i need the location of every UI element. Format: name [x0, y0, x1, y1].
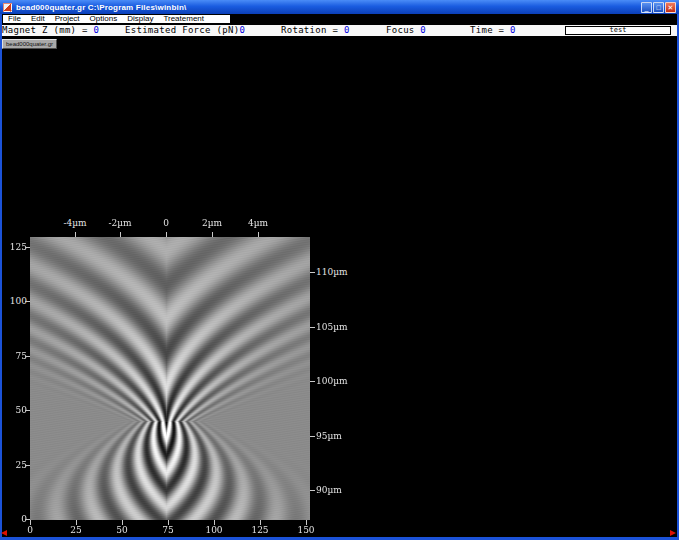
test-button[interactable]: test	[565, 26, 671, 35]
window-controls: _ □ ✕	[641, 2, 676, 13]
scroll-left-arrow[interactable]	[1, 530, 7, 536]
bottom-axis-label: 75	[148, 525, 188, 535]
axis-tick	[168, 520, 169, 525]
axis-tick	[310, 436, 315, 437]
axis-tick	[166, 232, 167, 237]
left-axis-label: 25	[0, 460, 27, 470]
right-axis-label: 110µm	[316, 267, 348, 277]
bottom-axis-label: 50	[102, 525, 142, 535]
menu-item-edit[interactable]: Edit	[26, 15, 50, 23]
left-axis-label: 125	[0, 242, 27, 252]
axis-tick	[76, 520, 77, 525]
right-axis-label: 105µm	[316, 322, 348, 332]
axis-tick	[260, 520, 261, 525]
app-window: bead000quater.gr C:\Program Files\winbin…	[0, 0, 679, 540]
axis-tick	[310, 272, 315, 273]
bottom-axis-label: 100	[194, 525, 234, 535]
axis-tick	[122, 520, 123, 525]
scroll-right-arrow[interactable]	[670, 530, 676, 536]
top-axis-label: -2µm	[100, 218, 140, 228]
axis-tick	[214, 520, 215, 525]
menu-item-treatement[interactable]: Treatement	[158, 15, 209, 23]
left-axis-label: 100	[0, 296, 27, 306]
axis-tick	[258, 232, 259, 237]
top-axis-label: 4µm	[238, 218, 278, 228]
menu-item-file[interactable]: File	[3, 15, 26, 23]
axis-tick	[25, 247, 30, 248]
window-titlebar: bead000quater.gr C:\Program Files\winbin…	[0, 0, 679, 14]
left-axis-label: 0	[0, 514, 27, 524]
axis-tick	[25, 356, 30, 357]
bead-image[interactable]	[30, 237, 310, 520]
status-bar: Magnet Z (mm) = 0 Estimated Force (pN)0 …	[0, 25, 679, 36]
axis-tick	[25, 410, 30, 411]
left-axis-label: 50	[0, 405, 27, 415]
app-icon	[3, 3, 12, 12]
minimize-button[interactable]: _	[641, 2, 652, 13]
top-axis-label: -4µm	[55, 218, 95, 228]
bottom-axis-label: 0	[10, 525, 50, 535]
axis-tick	[30, 520, 31, 525]
status-focus-label: Focus	[386, 25, 420, 35]
menu-bar: File Edit Project Options Display Treate…	[2, 14, 231, 24]
axis-tick	[310, 490, 315, 491]
right-axis-label: 100µm	[316, 376, 348, 386]
left-axis-label: 75	[0, 351, 27, 361]
axis-tick	[25, 519, 30, 520]
status-time: Time = 0	[470, 25, 516, 36]
status-estimated-force-value: 0	[239, 25, 245, 35]
axis-tick	[25, 465, 30, 466]
status-focus-value: 0	[420, 25, 426, 35]
axis-tick	[212, 232, 213, 237]
status-magnet-z: Magnet Z (mm) = 0	[2, 25, 99, 36]
menu-item-display[interactable]: Display	[122, 15, 158, 23]
top-axis-label: 2µm	[192, 218, 232, 228]
menu-item-options[interactable]: Options	[85, 15, 123, 23]
axis-tick	[75, 232, 76, 237]
status-focus: Focus 0	[386, 25, 426, 36]
status-magnet-z-label: Magnet Z (mm) =	[2, 25, 94, 35]
status-estimated-force-label: Estimated Force (pN)	[125, 25, 239, 35]
axis-tick	[120, 232, 121, 237]
status-time-value: 0	[510, 25, 516, 35]
status-rotation-label: Rotation =	[281, 25, 344, 35]
status-estimated-force: Estimated Force (pN)0	[125, 25, 245, 36]
status-time-label: Time =	[470, 25, 510, 35]
axis-tick	[25, 301, 30, 302]
close-button[interactable]: ✕	[665, 2, 676, 13]
bottom-axis-label: 25	[56, 525, 96, 535]
axis-tick	[306, 520, 307, 525]
menu-item-project[interactable]: Project	[50, 15, 85, 23]
bottom-axis-label: 150	[286, 525, 326, 535]
top-axis-label: 0	[146, 218, 186, 228]
axis-tick	[310, 327, 315, 328]
right-axis-label: 90µm	[316, 485, 342, 495]
document-tab[interactable]: bead000quater.gr	[2, 39, 57, 49]
status-magnet-z-value: 0	[94, 25, 100, 35]
maximize-button[interactable]: □	[653, 2, 664, 13]
status-rotation: Rotation = 0	[281, 25, 350, 36]
window-border-left	[0, 14, 2, 540]
right-axis-label: 95µm	[316, 431, 342, 441]
bottom-axis-label: 125	[240, 525, 280, 535]
axis-tick	[310, 381, 315, 382]
window-title: bead000quater.gr C:\Program Files\winbin…	[16, 3, 186, 12]
status-rotation-value: 0	[344, 25, 350, 35]
